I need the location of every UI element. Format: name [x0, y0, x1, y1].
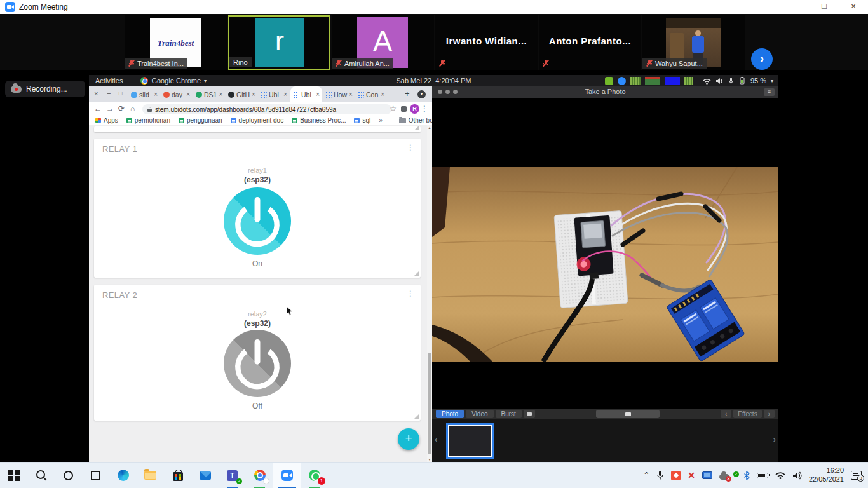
- onedrive-icon[interactable]: ✕: [719, 474, 729, 480]
- zoom-tray-icon[interactable]: [618, 77, 626, 85]
- photo-thumbnail[interactable]: [446, 423, 494, 459]
- tab-close-icon[interactable]: ×: [349, 91, 353, 98]
- ubuntu-maximize-button[interactable]: □: [119, 90, 122, 97]
- strip-right-icon[interactable]: ›: [773, 435, 776, 444]
- tray-app-red-icon[interactable]: [671, 471, 681, 480]
- scroll-up-icon[interactable]: ▲: [427, 126, 432, 130]
- edge-button[interactable]: [109, 463, 137, 488]
- tray-app-molecule-icon[interactable]: ✕: [688, 470, 695, 480]
- tab-ds1[interactable]: DS1×: [193, 86, 225, 102]
- wifi-icon[interactable]: [775, 471, 785, 479]
- close-button[interactable]: ×: [839, 0, 868, 14]
- tab-close-icon[interactable]: ×: [316, 91, 320, 98]
- bookmark-deployment-doc[interactable]: deployment doc: [231, 117, 284, 124]
- participant-tile-anton[interactable]: Anton Prafanto...: [539, 15, 641, 70]
- effects-next-button[interactable]: ›: [764, 410, 775, 418]
- tab-close-icon[interactable]: ×: [381, 91, 384, 98]
- mode-photo[interactable]: Photo: [436, 410, 464, 418]
- tab-close-icon[interactable]: ×: [154, 91, 158, 98]
- volume-icon[interactable]: [715, 78, 724, 85]
- scroll-down-icon[interactable]: ▼: [427, 458, 432, 461]
- cortana-button[interactable]: [55, 463, 82, 488]
- mail-button[interactable]: [191, 463, 219, 488]
- widget-menu-icon[interactable]: ⋮: [407, 143, 414, 152]
- minimize-button[interactable]: −: [780, 0, 810, 14]
- caret-down-icon[interactable]: ▾: [771, 78, 773, 84]
- bookmark-sql[interactable]: sql: [354, 117, 370, 124]
- effects-prev-button[interactable]: ‹: [721, 410, 731, 418]
- tab-close-icon[interactable]: ×: [186, 91, 190, 98]
- participant-tile-rino[interactable]: r Rino: [228, 15, 330, 70]
- battery-icon[interactable]: [757, 473, 768, 478]
- tab-ubidots-1[interactable]: Ubi×: [258, 86, 290, 102]
- tray-mic-icon[interactable]: [656, 470, 664, 480]
- browser-menu-icon[interactable]: ⋮: [421, 104, 428, 113]
- participant-tile-wahyu[interactable]: Wahyu Saput...: [642, 15, 745, 70]
- app-indicator-icon[interactable]: [605, 77, 613, 85]
- reload-button[interactable]: ⟳: [118, 104, 125, 113]
- zoom-taskbar-button[interactable]: [273, 463, 301, 488]
- effects-button[interactable]: Effects: [733, 410, 761, 418]
- capture-button[interactable]: [596, 410, 660, 418]
- bookmark-apps[interactable]: Apps: [95, 117, 118, 124]
- participant-tile-irwanto[interactable]: Irwanto Widian...: [435, 15, 538, 70]
- battery-icon[interactable]: [738, 77, 746, 85]
- start-button[interactable]: [0, 463, 27, 488]
- address-field[interactable]: stem.ubidots.com/app/dashboards/60a75d91…: [142, 104, 391, 114]
- bluetooth-icon[interactable]: [743, 471, 750, 480]
- camera-menu-button[interactable]: ≡: [764, 88, 775, 96]
- resize-handle[interactable]: [414, 414, 419, 419]
- tab-close-icon[interactable]: ×: [252, 91, 255, 98]
- whatsapp-button[interactable]: 1: [301, 463, 328, 488]
- cpu-graph-icon[interactable]: [630, 77, 641, 85]
- strip-left-icon[interactable]: ‹: [435, 435, 437, 444]
- forward-button[interactable]: →: [106, 104, 114, 113]
- ubuntu-minimize-button[interactable]: −: [107, 90, 111, 97]
- scrollbar-thumb[interactable]: [428, 353, 431, 454]
- extensions-icon[interactable]: [401, 106, 407, 112]
- add-widget-fab[interactable]: +: [398, 428, 419, 450]
- tab-slid[interactable]: slid×: [128, 86, 160, 102]
- tab-ubidots-active[interactable]: Ubi×: [290, 86, 322, 102]
- tab-close-icon[interactable]: ×: [283, 91, 287, 98]
- mem-graph-icon[interactable]: [645, 77, 660, 85]
- store-button[interactable]: [164, 463, 191, 488]
- participant-tile-train4best[interactable]: Train4best Train4best In...: [125, 15, 227, 70]
- page-scrollbar[interactable]: ▲ ▼: [427, 125, 432, 462]
- relay2-power-button[interactable]: [224, 330, 291, 397]
- tab-github[interactable]: GitH×: [226, 86, 257, 102]
- mode-video[interactable]: Video: [466, 410, 493, 418]
- bookmark-star-icon[interactable]: ☆: [390, 104, 397, 113]
- net-graph-icon[interactable]: [665, 77, 680, 85]
- maximize-button[interactable]: □: [810, 0, 839, 14]
- new-tab-button[interactable]: +: [405, 89, 410, 98]
- search-button[interactable]: [27, 463, 55, 488]
- next-participants-button[interactable]: ›: [751, 48, 773, 70]
- mode-burst[interactable]: Burst: [496, 410, 522, 418]
- switch-camera-button[interactable]: [524, 410, 535, 418]
- tray-expand-icon[interactable]: ⌃: [643, 471, 649, 480]
- participant-tile-amirullah[interactable]: A Amirullah An...: [332, 15, 434, 70]
- mic-icon[interactable]: [728, 78, 734, 85]
- wifi-icon[interactable]: [703, 78, 711, 85]
- bookmark-penggunaan[interactable]: penggunaan: [179, 117, 222, 124]
- tab-con[interactable]: Con×: [355, 86, 387, 102]
- tab-day[interactable]: day×: [161, 86, 193, 102]
- tab-how[interactable]: How×: [323, 86, 355, 102]
- profile-avatar[interactable]: R: [410, 104, 419, 114]
- relay1-power-button[interactable]: [224, 187, 291, 255]
- widget-menu-icon[interactable]: ⋮: [407, 289, 414, 298]
- bookmarks-overflow[interactable]: »: [379, 117, 383, 124]
- file-explorer-button[interactable]: [137, 463, 164, 488]
- tray-remote-desktop-icon[interactable]: [702, 471, 712, 479]
- taskbar-clock[interactable]: 16:2022/05/2021: [809, 466, 844, 484]
- disk-graph-icon[interactable]: [684, 77, 693, 85]
- tab-close-icon[interactable]: ×: [219, 91, 222, 98]
- home-button[interactable]: ⌂: [130, 104, 135, 113]
- bookmark-business-proc[interactable]: Business Proc...: [292, 117, 346, 124]
- resize-handle[interactable]: [414, 271, 419, 276]
- tab-search-button[interactable]: ▾: [417, 90, 426, 98]
- teams-button[interactable]: T✓: [219, 463, 246, 488]
- back-button[interactable]: ←: [94, 104, 102, 113]
- bookmark-permohonan[interactable]: permohonan: [126, 117, 170, 124]
